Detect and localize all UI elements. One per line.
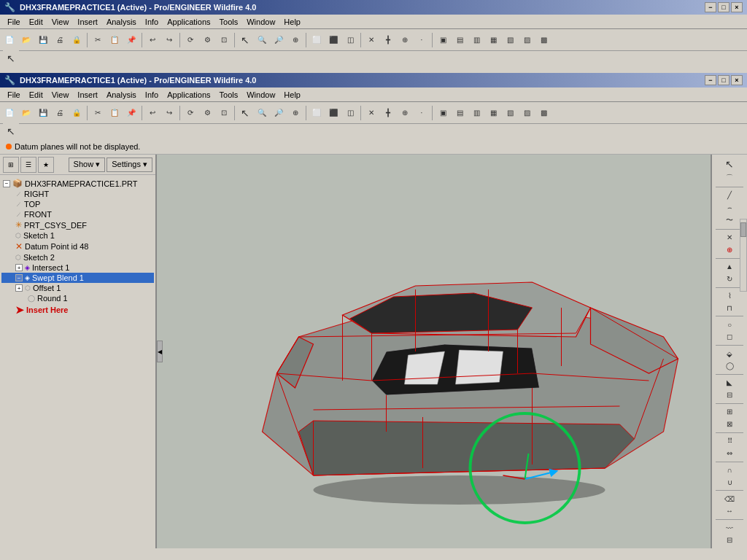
tb-lock-2[interactable]: 🔒 [69,105,85,121]
rt-freeform-icon[interactable]: 〰 [721,523,738,534]
tb-cursor-1[interactable]: ↖ [3,50,19,66]
tb-shade-2[interactable]: ⬛ [325,105,341,121]
right-toolbar-scrollbar[interactable] [740,219,747,292]
tb-regen-1[interactable]: ⟳ [182,32,198,48]
menu-tools-1[interactable]: Tools [215,17,243,27]
rt-draft-icon[interactable]: ◣ [721,378,738,389]
tree-expand-swept[interactable]: − [15,274,23,281]
tb-csys-1[interactable]: ⊕ [397,32,413,48]
tb-more6-1[interactable]: ▨ [519,32,535,48]
tree-item-sketch2[interactable]: ⬡ Sketch 2 [1,252,154,262]
tb-save-2[interactable]: 💾 [35,105,51,121]
tb-cut-2[interactable]: ✂ [90,105,106,121]
tb-hidden-2[interactable]: ◫ [342,105,358,121]
tb-open-2[interactable]: 📂 [18,105,34,121]
rt-rib-icon[interactable]: ⊟ [721,389,738,400]
panel-collapse-handle[interactable]: ◀ [157,341,163,362]
menu-edit-1[interactable]: Edit [25,17,47,27]
tb-r7-2[interactable]: ▩ [535,105,551,121]
tree-root[interactable]: − 📦 DHX3FRAMEPRACTICE1.PRT [1,178,154,189]
tb-r6-2[interactable]: ▨ [519,105,535,121]
tb-paste-1[interactable]: 📌 [123,32,139,48]
rt-sweep-icon[interactable]: ⌇ [721,290,738,301]
rt-arc-icon[interactable]: ⌢ [721,202,738,213]
tb-more7-1[interactable]: ▩ [535,32,551,48]
menu-view-2[interactable]: View [47,90,74,100]
tb-lock-1[interactable]: 🔒 [69,32,85,48]
tree-item-swept-blend1[interactable]: − ◈ Swept Blend 1 [1,273,154,283]
tb-undo-1[interactable]: ↩ [144,32,160,48]
tb-axis-2[interactable]: ╋ [380,105,396,121]
rt-mirror-icon[interactable]: ⇔ [721,448,738,459]
tb-copy-1[interactable]: 📋 [107,32,123,48]
tb-zoom-out-1[interactable]: 🔎 [271,32,287,48]
menu-tools-2[interactable]: Tools [215,90,243,100]
tb-r4-2[interactable]: ▦ [485,105,501,121]
tb-csys-2[interactable]: ⊕ [397,105,413,121]
tree-item-top[interactable]: ⟋ TOP [1,199,154,209]
rt-axis-icon[interactable]: ⊕ [721,244,738,255]
tree-item-insert-here[interactable]: ➤ Insert Here [1,303,154,316]
tree-expand-intersect1[interactable]: + [15,264,23,271]
menu-help-1[interactable]: Help [279,17,305,27]
tree-item-offset1[interactable]: + ⬡ Offset 1 [1,283,154,293]
close-btn-2[interactable]: × [731,75,743,85]
rt-extrude-icon[interactable]: ▲ [721,261,738,272]
tb-more5-1[interactable]: ▧ [502,32,518,48]
tb-new-2[interactable]: 📄 [1,105,18,121]
rt-shell-icon[interactable]: ◻ [721,332,738,343]
menu-applications-1[interactable]: Applications [163,17,214,27]
rt-cross-icon[interactable]: ✕ [721,232,738,243]
tb-wire-2[interactable]: ⬜ [309,105,325,121]
rt-merge-icon[interactable]: ∪ [721,477,738,488]
tb-more2-1[interactable]: ▤ [452,32,468,48]
tb-more3-1[interactable]: ▥ [468,32,484,48]
tb-cut-1[interactable]: ✂ [90,32,106,48]
tree-item-front[interactable]: ⟋ FRONT [1,209,154,219]
menu-file-1[interactable]: File [3,17,25,27]
tb-r3-2[interactable]: ▥ [468,105,484,121]
tree-root-expand[interactable]: − [3,180,10,187]
tb-new-1[interactable]: 📄 [1,32,18,48]
menu-info-2[interactable]: Info [141,90,163,100]
tree-item-round1[interactable]: ◯ Round 1 [1,293,154,303]
rt-hole-icon[interactable]: ○ [721,319,738,330]
rt-extend-icon[interactable]: ↔ [721,506,738,517]
rt-flatten-icon[interactable]: ⊟ [721,535,738,546]
tb-redo-2[interactable]: ↪ [161,105,177,121]
tree-item-right[interactable]: ⟋ RIGHT [1,189,154,199]
rt-trim-icon[interactable]: ⌫ [721,494,738,505]
rt-wave-icon[interactable]: 〜 [721,214,738,226]
tb-regen-2[interactable]: ⟳ [182,105,198,121]
tb-datum-1[interactable]: ✕ [363,32,379,48]
rt-pattern-icon[interactable]: ⠿ [721,435,738,446]
panel-btn-grid[interactable]: ⊞ [3,157,19,173]
tb-print-1[interactable]: 🖨 [52,32,68,48]
tb-r5-2[interactable]: ▧ [502,105,518,121]
menu-applications-2[interactable]: Applications [163,90,214,100]
maximize-btn-1[interactable]: □ [718,2,729,12]
tb-zoom-in-2[interactable]: 🔍 [254,105,270,121]
tree-item-csys[interactable]: ✳ PRT_CSYS_DEF [1,219,154,230]
tb-zoom-fit-1[interactable]: ⊡ [216,32,232,48]
menu-view-1[interactable]: View [47,17,74,27]
rt-thicken-icon[interactable]: ⊠ [721,419,738,429]
menu-analysis-2[interactable]: Analysis [102,90,141,100]
menu-insert-1[interactable]: Insert [73,17,102,27]
tree-expand-offset1[interactable]: + [15,284,23,292]
tb-feature-1[interactable]: ⚙ [199,32,215,48]
rt-intersect-icon[interactable]: ∩ [721,464,738,475]
tb-print-2[interactable]: 🖨 [52,105,68,121]
tree-item-sketch1[interactable]: ⬡ Sketch 1 [1,230,154,241]
tb-hidden-1[interactable]: ◫ [342,32,358,48]
menu-window-2[interactable]: Window [242,90,279,100]
show-button[interactable]: Show ▾ [69,158,106,172]
menu-info-1[interactable]: Info [141,17,163,27]
rt-round-icon[interactable]: ◯ [721,360,738,371]
menu-file-2[interactable]: File [3,90,25,100]
tb-zoom-in-1[interactable]: 🔍 [254,32,270,48]
tb-cursor-2[interactable]: ↖ [3,123,19,139]
minimize-btn-2[interactable]: − [705,75,716,85]
tb-paste-2[interactable]: 📌 [123,105,139,121]
tb-more1-1[interactable]: ▣ [435,32,451,48]
